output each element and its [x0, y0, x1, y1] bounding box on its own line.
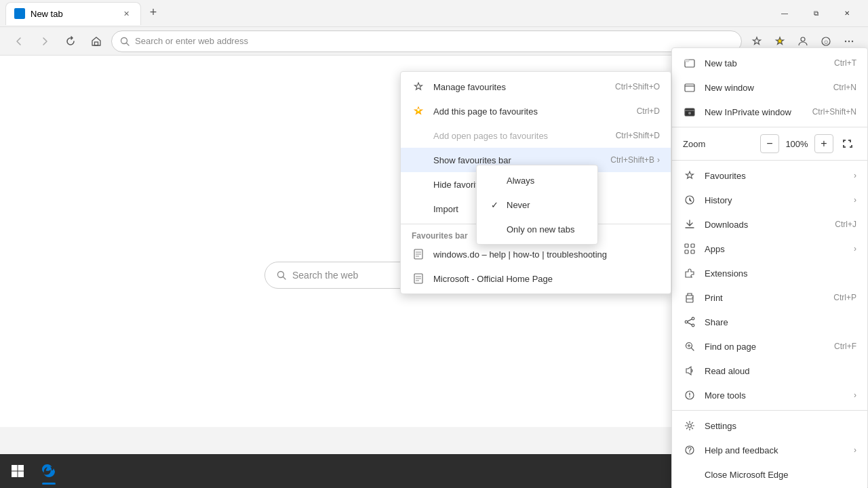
menu-label-close-edge: Close Microsoft Edge [705, 470, 856, 480]
menu-item-help[interactable]: Help and feedback › [672, 438, 867, 462]
doc-icon-1 [412, 247, 425, 261]
fav-item-microsoft-home[interactable]: Microsoft - Official Home Page [401, 266, 671, 291]
menu-item-downloads[interactable]: Downloads Ctrl+J [672, 212, 867, 237]
bar-label-only-new-tabs: Only on new tabs [507, 224, 574, 235]
svg-rect-52 [18, 472, 24, 478]
search-icon [120, 37, 130, 46]
edge-icon [41, 463, 57, 479]
svg-point-9 [852, 40, 853, 41]
windows-logo-icon [11, 464, 24, 478]
bar-item-never[interactable]: ✓ Never [477, 192, 597, 217]
refresh-button[interactable] [60, 30, 81, 52]
downloads-icon [683, 218, 696, 231]
menu-shortcut-downloads: Ctrl+J [835, 220, 856, 229]
menu-label-favourites: Favourites [705, 171, 851, 181]
read-aloud-icon [683, 364, 696, 378]
menu-label-inprivate: New InPrivate window [705, 107, 807, 117]
menu-label-downloads: Downloads [705, 220, 829, 230]
svg-point-8 [848, 40, 850, 41]
menu-item-print[interactable]: Print Ctrl+P [672, 285, 867, 310]
home-button[interactable] [85, 30, 107, 52]
address-text: Search or enter web address [135, 36, 248, 46]
menu-item-find-on-page[interactable]: Find on page Ctrl+F [672, 334, 867, 359]
back-button[interactable] [8, 30, 30, 52]
zoom-decrease-button[interactable]: − [760, 134, 779, 153]
restore-button[interactable]: ⧉ [800, 3, 831, 24]
favourites-arrow-icon: › [854, 171, 856, 180]
menu-item-favourites[interactable]: Favourites › [672, 163, 867, 188]
help-arrow-icon: › [854, 445, 856, 455]
fav-item-windows-do[interactable]: windows.do – help | how-to | troubleshoo… [401, 242, 671, 266]
bar-item-only-new-tabs[interactable]: Only on new tabs [477, 217, 597, 241]
menu-label-share: Share [705, 317, 856, 327]
fav-label-show-bar: Show favourites bar [433, 155, 610, 165]
svg-point-35 [689, 396, 690, 398]
svg-point-27 [692, 317, 694, 320]
menu-item-extensions[interactable]: Extensions [672, 261, 867, 285]
fav-label-windows-do: windows.do – help | how-to | troubleshoo… [433, 249, 660, 260]
menu-divider-3 [672, 410, 867, 411]
menu-item-close-edge[interactable]: Close Microsoft Edge [672, 462, 867, 487]
menu-item-new-tab[interactable]: New tab Ctrl+T [672, 51, 867, 75]
fav-shortcut-add-open: Ctrl+Shift+D [616, 131, 660, 140]
svg-rect-13 [685, 60, 689, 62]
menu-item-new-window[interactable]: New window Ctrl+N [672, 75, 867, 100]
forward-button[interactable] [34, 30, 56, 52]
bar-item-always[interactable]: Always [477, 168, 597, 192]
menu-item-read-aloud[interactable]: Read aloud [672, 359, 867, 383]
apps-arrow-icon: › [854, 244, 856, 253]
minimize-button[interactable]: — [769, 3, 800, 24]
tab[interactable]: New tab ✕ [5, 2, 141, 25]
zoom-controls: − 100% + [760, 134, 856, 153]
menu-item-more-tools[interactable]: More tools › [672, 383, 867, 407]
fav-label-manage: Manage favourites [433, 82, 615, 92]
zoom-fullscreen-button[interactable] [837, 134, 856, 153]
manage-favs-icon [412, 80, 425, 94]
svg-point-18 [688, 112, 691, 115]
svg-line-11 [283, 277, 286, 280]
menu-item-settings[interactable]: Settings [672, 413, 867, 438]
menu-shortcut-find: Ctrl+F [834, 342, 856, 351]
fav-shortcut-add-page: Ctrl+D [637, 106, 660, 116]
menu-shortcut-inprivate: Ctrl+Shift+N [812, 107, 856, 117]
svg-point-28 [685, 321, 688, 323]
menu-label-more-tools: More tools [705, 390, 851, 401]
help-icon [683, 443, 696, 457]
svg-rect-14 [685, 84, 694, 92]
menu-label-print: Print [705, 293, 828, 303]
bar-label-never: Never [507, 200, 530, 210]
address-bar[interactable]: Search or enter web address [111, 30, 742, 52]
zoom-increase-button[interactable]: + [814, 134, 833, 153]
menu-label-new-window: New window [705, 83, 828, 93]
menu-item-share[interactable]: Share [672, 310, 867, 334]
extensions-icon [683, 266, 696, 280]
tab-close-button[interactable]: ✕ [120, 7, 132, 20]
menu-item-history[interactable]: History › [672, 188, 867, 212]
close-button[interactable]: ✕ [831, 3, 863, 24]
svg-line-33 [691, 348, 694, 350]
new-tab-button[interactable]: + [144, 3, 163, 22]
fav-label-add-open: Add open pages to favourites [433, 131, 616, 141]
add-open-icon [412, 129, 425, 142]
search-placeholder: Search the web [292, 270, 358, 281]
menu-item-apps[interactable]: Apps › [672, 237, 867, 261]
tab-title: New tab [31, 9, 63, 19]
share-icon [683, 315, 696, 329]
menu-label-history: History [705, 195, 851, 205]
more-tools-icon [683, 388, 696, 402]
svg-point-29 [692, 324, 694, 327]
svg-rect-22 [691, 244, 694, 247]
menu-divider-1 [672, 127, 867, 127]
fav-item-manage[interactable]: Manage favourites Ctrl+Shift+O [401, 75, 671, 99]
svg-rect-49 [12, 465, 18, 471]
zoom-value: 100% [782, 139, 812, 149]
menu-item-inprivate[interactable]: New InPrivate window Ctrl+Shift+N [672, 100, 867, 124]
fav-item-add-page[interactable]: Add this page to favourites Ctrl+D [401, 99, 671, 123]
start-button[interactable] [3, 456, 33, 486]
new-window-icon [683, 81, 696, 94]
fav-item-add-open[interactable]: Add open pages to favourites Ctrl+Shift+… [401, 123, 671, 148]
menu-label-new-tab: New tab [705, 58, 829, 68]
zoom-row: Zoom − 100% + [672, 130, 867, 157]
edge-taskbar-button[interactable] [34, 456, 64, 486]
more-tools-arrow-icon: › [854, 390, 856, 400]
